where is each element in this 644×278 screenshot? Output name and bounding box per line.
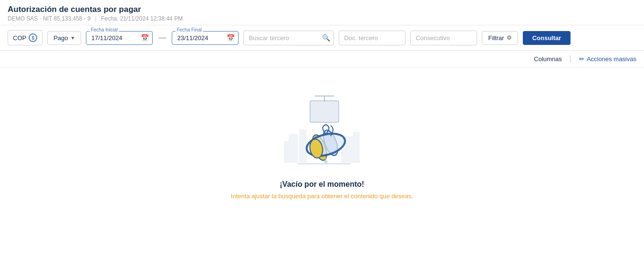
filter-icon: ⚙ [507, 34, 512, 41]
company-name: DEMO SAS - NIT 85,133,458 - 9 [8, 15, 91, 22]
page-subtitle: DEMO SAS - NIT 85,133,458 - 9 | Fecha: 2… [8, 15, 636, 22]
chevron-down-icon: ▼ [71, 35, 75, 41]
columns-label: Columnas [534, 55, 562, 63]
action-bar: Columnas | ✏ Acciones masivas [0, 51, 644, 67]
empty-illustration [274, 86, 370, 172]
empty-subtitle: Intenta ajustar la búsqueda para obtener… [231, 192, 413, 200]
doc-tercero-input[interactable] [339, 31, 405, 45]
search-icon: 🔍 [322, 34, 330, 42]
empty-state: ¡Vacío por el momento! Intenta ajustar l… [0, 67, 644, 214]
date-label: Fecha: 21/11/2024 12:38:44 PM [101, 15, 183, 22]
svg-rect-4 [353, 132, 360, 163]
svg-rect-1 [284, 141, 290, 163]
svg-rect-0 [289, 134, 298, 163]
vertical-separator: | [570, 54, 571, 63]
fecha-inicial-label: Fecha Inicial [90, 27, 118, 32]
calendar-end-icon[interactable]: 📅 [227, 34, 235, 42]
pago-dropdown[interactable]: Pago ▼ [47, 31, 81, 45]
fecha-final-label: Fecha Final [176, 27, 202, 32]
dollar-icon: $ [29, 33, 37, 42]
empty-title: ¡Vacío por el momento! [280, 180, 364, 189]
svg-rect-6 [310, 101, 339, 122]
filtrar-label: Filtrar [488, 34, 504, 42]
acciones-masivas-button[interactable]: ✏ Acciones masivas [579, 55, 636, 63]
date-separator: — [158, 33, 166, 42]
buscar-input[interactable] [243, 31, 334, 45]
consecutivo-input[interactable] [410, 31, 477, 45]
currency-label: COP [13, 34, 26, 42]
currency-button[interactable]: COP $ [8, 30, 42, 45]
separator: | [95, 15, 96, 22]
fecha-inicial-field: Fecha Inicial 📅 [86, 31, 153, 45]
acciones-label: Acciones masivas [587, 55, 636, 63]
edit-icon: ✏ [579, 55, 584, 63]
page-header: Autorización de cuentas por pagar DEMO S… [0, 0, 644, 25]
buscar-field: 🔍 [243, 31, 334, 45]
page-title: Autorización de cuentas por pagar [8, 5, 636, 14]
columns-button[interactable]: Columnas [534, 55, 562, 63]
filtrar-button[interactable]: Filtrar ⚙ [482, 31, 518, 45]
fecha-final-field: Fecha Final 📅 [172, 31, 239, 45]
pago-label: Pago [53, 34, 68, 42]
toolbar: COP $ Pago ▼ Fecha Inicial 📅 — Fecha Fin… [0, 25, 644, 51]
calendar-icon[interactable]: 📅 [141, 34, 149, 42]
svg-rect-2 [299, 129, 307, 163]
consultar-button[interactable]: Consultar [523, 31, 571, 45]
consultar-label: Consultar [532, 34, 561, 42]
